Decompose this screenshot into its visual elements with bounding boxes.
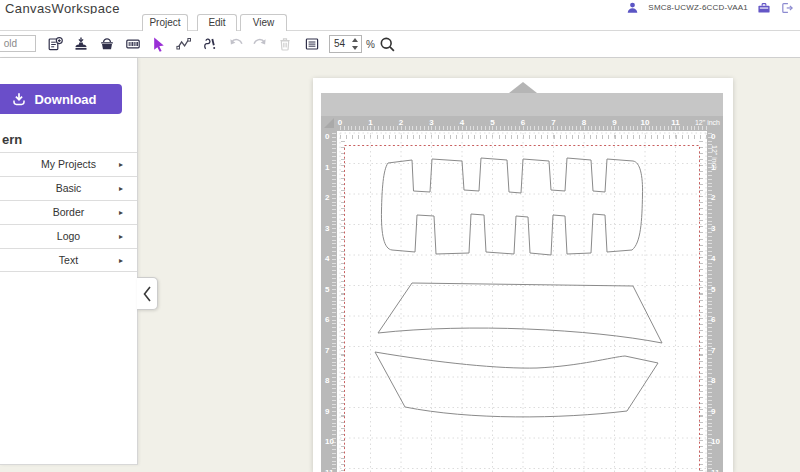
- freehand-draw-icon: [201, 36, 217, 52]
- ruler-number: 8: [325, 376, 329, 385]
- horizontal-ruler: 12" inch 01234567891011: [321, 116, 723, 131]
- send-to-machine-button[interactable]: [72, 35, 90, 53]
- ruler-number: 10: [641, 118, 650, 127]
- tab-view[interactable]: View: [240, 14, 287, 31]
- magnifier-icon: [379, 36, 396, 53]
- scan-button[interactable]: [124, 35, 142, 53]
- redo-icon: [252, 36, 268, 52]
- shape-lower-hull-panel[interactable]: [375, 352, 658, 417]
- send-to-machine-icon: [73, 36, 89, 52]
- shape-upper-hull-panel[interactable]: [378, 283, 662, 343]
- left-text-field[interactable]: old: [0, 35, 36, 52]
- user-icon[interactable]: [626, 1, 639, 14]
- ruler-number: 0: [711, 132, 715, 141]
- category-label: Basic: [56, 182, 82, 194]
- chevron-right-icon: ▸: [119, 225, 123, 248]
- ruler-number: 3: [325, 224, 329, 233]
- chevron-right-icon: ▸: [119, 153, 123, 176]
- header-bar: CanvasWorkspace SMC8-UCWZ-6CCD-VAA1: [0, 0, 800, 14]
- polyline-icon: [176, 36, 192, 52]
- ruler-number: 6: [325, 315, 329, 324]
- account-area: SMC8-UCWZ-6CCD-VAA1: [626, 0, 794, 14]
- stepper-down-icon[interactable]: [352, 46, 358, 50]
- load-mat-button[interactable]: [98, 35, 116, 53]
- polyline-tool-button[interactable]: [175, 35, 193, 53]
- category-label: Border: [53, 206, 85, 218]
- left-ruler: 01234567891011: [321, 131, 337, 472]
- right-ruler: 12" inch 01234567891011: [707, 131, 723, 472]
- select-tool-button[interactable]: [150, 35, 168, 53]
- logout-icon[interactable]: [780, 1, 794, 14]
- download-icon: [11, 91, 27, 107]
- redo-button[interactable]: [251, 35, 269, 53]
- new-project-icon: [47, 36, 63, 52]
- trash-icon: [277, 36, 293, 52]
- ruler-number: 11: [325, 468, 333, 472]
- shape-fringe-strip[interactable]: [381, 158, 642, 255]
- sidebar-item-my-projects[interactable]: My Projects ▸: [0, 152, 137, 176]
- workspace-area: Download ern My Projects ▸ Basic ▸ Borde…: [0, 58, 800, 472]
- stepper-up-icon[interactable]: [352, 38, 358, 42]
- ruler-number: 1: [368, 118, 372, 127]
- ruler-number: 0: [325, 132, 329, 141]
- ruler-number: 10: [325, 437, 334, 446]
- ruler-number: 11: [671, 118, 679, 127]
- zoom-stepper[interactable]: [351, 38, 359, 50]
- ruler-number: 7: [711, 346, 715, 355]
- cut-boundary: [345, 146, 700, 472]
- chevron-right-icon: ▸: [119, 177, 123, 200]
- ruler-number: 7: [325, 346, 329, 355]
- ruler-number: 3: [711, 224, 715, 233]
- sidebar-collapse-button[interactable]: [137, 277, 158, 310]
- ruler-corner-marker: [321, 116, 337, 131]
- download-button[interactable]: Download: [0, 84, 122, 114]
- ruler-number: 6: [711, 315, 715, 324]
- zoom-search-button[interactable]: [378, 35, 396, 53]
- ruler-number: 7: [551, 118, 555, 127]
- sidebar-item-logo[interactable]: Logo ▸: [0, 224, 137, 248]
- zoom-level-value: 54: [334, 38, 345, 49]
- pattern-section-label: ern: [2, 132, 22, 147]
- undo-icon: [228, 36, 244, 52]
- zoom-percent-label: %: [366, 39, 375, 50]
- app-window: CanvasWorkspace SMC8-UCWZ-6CCD-VAA1 Proj…: [0, 0, 800, 472]
- ruler-number: 4: [325, 254, 329, 263]
- ruler-number: 4: [460, 118, 464, 127]
- category-list: My Projects ▸ Basic ▸ Border ▸ Logo ▸ Te…: [0, 152, 137, 272]
- sidebar-item-text[interactable]: Text ▸: [0, 248, 137, 272]
- canvas-page: 12" inch 01234567891011 01234567891011 1…: [313, 78, 733, 472]
- delete-button[interactable]: [276, 35, 294, 53]
- machine-case-icon[interactable]: [757, 1, 771, 14]
- fine-tick-strip-right: [699, 139, 707, 472]
- ruler-number: 6: [521, 118, 525, 127]
- ruler-number: 5: [490, 118, 494, 127]
- ruler-number: 2: [711, 193, 715, 202]
- toolbar: old: [0, 31, 800, 58]
- ruler-number: 2: [399, 118, 403, 127]
- tab-project[interactable]: Project: [142, 14, 188, 31]
- fine-tick-strip-left: [337, 139, 345, 472]
- properties-list-button[interactable]: [303, 35, 321, 53]
- sidebar-panel: Download ern My Projects ▸ Basic ▸ Borde…: [0, 58, 138, 465]
- ruler-number: 9: [612, 118, 616, 127]
- chevron-right-icon: ▸: [119, 249, 123, 272]
- properties-list-icon: [304, 36, 320, 52]
- ruler-number: 2: [325, 193, 329, 202]
- sidebar-item-basic[interactable]: Basic ▸: [0, 176, 137, 200]
- chevron-left-icon: [141, 285, 153, 303]
- sidebar-item-border[interactable]: Border ▸: [0, 200, 137, 224]
- new-project-button[interactable]: [46, 35, 64, 53]
- zoom-level-input[interactable]: 54: [329, 35, 362, 53]
- freehand-draw-button[interactable]: [200, 35, 218, 53]
- category-label: My Projects: [41, 158, 96, 170]
- ruler-number: 3: [429, 118, 433, 127]
- fine-tick-strip-top: [337, 131, 707, 139]
- select-arrow-icon: [151, 36, 168, 53]
- ruler-number: 1: [325, 163, 329, 172]
- scan-icon: [125, 36, 141, 52]
- ruler-number: 10: [711, 437, 720, 446]
- undo-button[interactable]: [227, 35, 245, 53]
- panel-expand-handle[interactable]: [509, 82, 537, 93]
- tab-edit[interactable]: Edit: [197, 14, 237, 31]
- ruler-unit-label: 12" inch: [695, 119, 720, 126]
